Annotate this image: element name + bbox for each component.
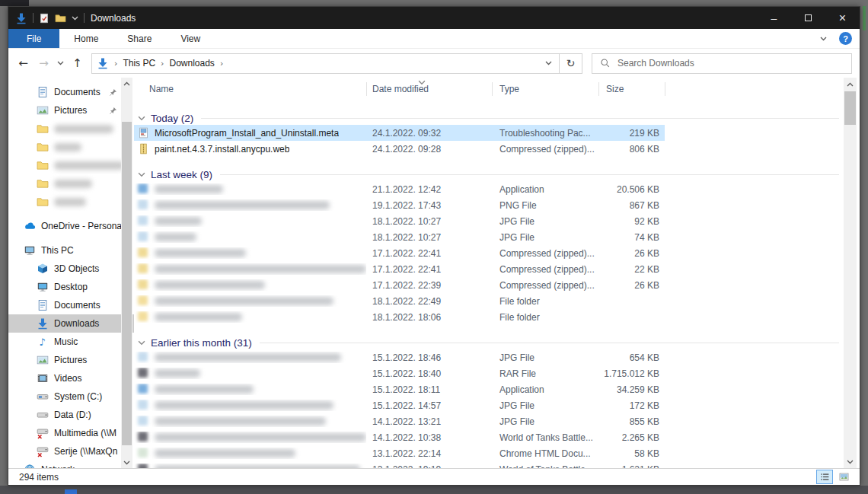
address-dropdown-chevron-icon[interactable]	[538, 54, 559, 73]
date-modified-cell: 17.1.2022. 22:41	[366, 264, 492, 275]
qat-dropdown-icon[interactable]	[72, 16, 78, 21]
scrollbar-thumb[interactable]	[122, 122, 132, 445]
column-separator[interactable]	[598, 82, 599, 96]
column-separator[interactable]	[366, 82, 367, 96]
group-header-today-2[interactable]: Today (2)	[134, 112, 844, 125]
status-bar: 294 items	[8, 468, 860, 485]
tab-file[interactable]: File	[8, 29, 59, 48]
tab-share[interactable]: Share	[113, 29, 166, 48]
sidebar-item-multimedia-m[interactable]: Multimedia (\\M	[8, 424, 134, 442]
group-collapse-chevron-icon[interactable]	[138, 340, 145, 346]
sidebar-item-blurred[interactable]	[8, 138, 134, 156]
file-row[interactable]: 18.1.2022. 18:06File folder	[134, 309, 665, 325]
file-row[interactable]: 17.1.2022. 22:41Compressed (zipped)...22…	[134, 261, 665, 277]
column-header-size[interactable]: Size	[598, 84, 665, 94]
properties-icon[interactable]	[39, 13, 49, 24]
back-button[interactable]: ←	[13, 53, 34, 74]
blurred-file-name	[155, 465, 360, 468]
sidebar-item-label: Serije (\\MaxQn	[54, 446, 117, 457]
group-collapse-chevron-icon[interactable]	[138, 116, 145, 121]
type-cell: JPG File	[492, 416, 598, 427]
refresh-button[interactable]: ↻	[560, 53, 582, 74]
new-folder-icon[interactable]	[55, 12, 66, 24]
file-row[interactable]: 17.1.2022. 22:41Compressed (zipped)...26…	[134, 245, 665, 261]
sidebar-item-blurred[interactable]	[8, 193, 134, 211]
file-row[interactable]: 15.1.2022. 18:40RAR File1.715.012 KB	[134, 365, 665, 381]
sidebar-item-blurred[interactable]	[8, 120, 134, 138]
sidebar-item-pictures[interactable]: Pictures	[8, 351, 134, 369]
maximize-button[interactable]	[791, 7, 825, 29]
column-header-name[interactable]: Name	[134, 84, 366, 94]
folder-icon	[36, 159, 49, 171]
sidebar-item-documents[interactable]: Documents	[8, 296, 134, 314]
breadcrumb-chevron-icon[interactable]: ›	[161, 59, 164, 69]
sidebar-item-blurred[interactable]	[8, 174, 134, 193]
sidebar-item-desktop[interactable]: Desktop	[8, 278, 134, 296]
breadcrumb-chevron-icon[interactable]: ›	[220, 59, 223, 69]
sidebar-scrollbar[interactable]	[121, 78, 132, 468]
column-header-date-modified[interactable]: Date modified	[366, 84, 492, 94]
scroll-down-icon[interactable]	[121, 457, 132, 468]
file-row[interactable]: 19.1.2022. 17:43PNG File867 KB	[134, 197, 665, 213]
group-header-last-week-9[interactable]: Last week (9)	[134, 168, 844, 181]
scroll-up-icon[interactable]	[844, 78, 857, 91]
sidebar-item-data-d[interactable]: Data (D:)	[8, 406, 134, 424]
address-bar[interactable]: › This PC › Downloads ›	[91, 53, 560, 74]
file-row[interactable]: 13.1.2022. 22:14Chrome HTML Docu...58 KB	[134, 445, 665, 461]
sidebar-item-videos[interactable]: Videos	[8, 369, 134, 387]
sidebar-item-music[interactable]: ♪Music	[8, 333, 134, 351]
breadcrumb-downloads[interactable]: Downloads	[170, 58, 215, 69]
minimize-button[interactable]: –	[757, 7, 791, 29]
sidebar-item-onedrive-personal[interactable]: OneDrive - Personal	[8, 217, 134, 235]
file-row[interactable]: 18.1.2022. 10:27JPG File92 KB	[134, 213, 665, 229]
close-button[interactable]: ×	[825, 7, 860, 29]
sidebar-item-downloads[interactable]: Downloads	[8, 314, 134, 333]
music-icon: ♪	[36, 336, 49, 348]
column-separator[interactable]	[492, 82, 493, 96]
scrollbar-thumb[interactable]	[844, 91, 856, 125]
thumbnail-view-toggle[interactable]	[835, 470, 852, 484]
ribbon-tabs: FileHomeShareView ?	[8, 29, 860, 49]
file-row[interactable]: 15.1.2022. 18:46JPG File654 KB	[134, 349, 665, 365]
recent-locations-chevron-icon[interactable]	[54, 53, 67, 74]
file-row[interactable]: 18.1.2022. 22:49File folder	[134, 293, 665, 309]
sidebar-item-documents[interactable]: Documents	[8, 83, 134, 101]
sidebar-item-network[interactable]: Network	[8, 461, 134, 468]
column-header-type[interactable]: Type	[492, 84, 598, 94]
up-button[interactable]: ↑	[67, 53, 88, 74]
breadcrumb-this-pc[interactable]: This PC	[123, 58, 155, 69]
file-row[interactable]: 15.1.2022. 18:11Application34.259 KB	[134, 381, 665, 397]
sidebar-item-system-c[interactable]: System (C:)	[8, 387, 134, 406]
file-row-paint-net-4-3-7-install-anycpu-web[interactable]: paint.net.4.3.7.install.anycpu.web24.1.2…	[134, 141, 665, 157]
folder-blur-icon	[138, 295, 149, 307]
file-row[interactable]: 15.1.2022. 14:57JPG File172 KB	[134, 397, 665, 413]
file-row[interactable]: 14.1.2022. 13:21JPG File855 KB	[134, 413, 665, 429]
details-view-toggle[interactable]	[816, 470, 833, 484]
pictures-icon	[36, 354, 49, 366]
sidebar-item-pictures[interactable]: Pictures	[8, 101, 134, 120]
file-row[interactable]: 14.1.2022. 10:38World of Tanks Battle...…	[134, 429, 665, 445]
tab-view[interactable]: View	[166, 29, 215, 48]
group-header-earlier-this-month-31[interactable]: Earlier this month (31)	[134, 336, 844, 349]
sidebar-item-this-pc[interactable]: This PC	[8, 241, 134, 260]
sidebar-item-serije-maxqn[interactable]: Serije (\\MaxQn	[8, 442, 134, 461]
file-list-scrollbar[interactable]	[844, 78, 857, 468]
file-row[interactable]: 21.1.2022. 12:42Application20.506 KB	[134, 181, 665, 197]
scroll-up-icon[interactable]	[121, 78, 132, 89]
scroll-down-icon[interactable]	[844, 455, 857, 468]
search-box[interactable]: Search Downloads	[592, 53, 852, 74]
type-cell: File folder	[492, 296, 598, 307]
sidebar-item-3d-objects[interactable]: 3D Objects	[8, 260, 134, 278]
help-button[interactable]: ?	[839, 32, 852, 45]
file-row[interactable]: 18.1.2022. 10:27JPG File74 KB	[134, 229, 665, 245]
separator	[84, 13, 85, 23]
file-row[interactable]: 17.1.2022. 22:39Compressed (zipped)...26…	[134, 277, 665, 293]
file-row[interactable]: 13.1.2022. 19:19World of Tanks Battle...…	[134, 461, 665, 468]
ribbon-collapse-chevron-icon[interactable]	[820, 29, 827, 48]
forward-button[interactable]: →	[34, 53, 54, 74]
group-collapse-chevron-icon[interactable]	[138, 172, 145, 177]
sidebar-item-blurred[interactable]	[8, 156, 134, 174]
column-separator[interactable]	[665, 82, 665, 96]
file-row-microsoftprogram-install-and-uninstall-meta[interactable]: MicrosoftProgram_Install_and_Uninstall.m…	[134, 125, 665, 141]
tab-home[interactable]: Home	[59, 29, 113, 48]
